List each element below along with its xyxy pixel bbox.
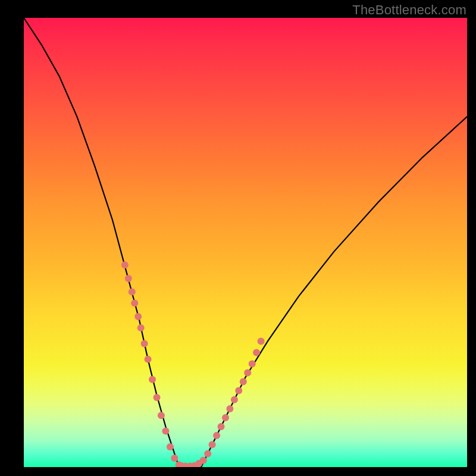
plot-area (24, 18, 467, 467)
highlight-left-dot (149, 376, 156, 383)
highlight-left-dot (131, 299, 138, 306)
highlight-right-dot (244, 369, 251, 377)
highlight-left-dot (167, 443, 174, 450)
highlight-left-dot (145, 356, 152, 363)
highlight-left-dot (171, 455, 178, 462)
highlight-left-dot (129, 289, 136, 296)
highlight-left-dot (158, 412, 165, 419)
chart-svg (24, 18, 467, 467)
highlight-right-dot (200, 457, 207, 464)
highlight-left-dot (162, 428, 169, 435)
highlight-right-dot (213, 432, 220, 439)
curve-right (201, 117, 467, 467)
chart-frame: TheBottleneck.com (0, 0, 476, 476)
highlight-right-dot (218, 423, 225, 430)
highlight-left-dot (141, 340, 148, 347)
highlight-right-dot (226, 405, 233, 412)
watermark-text: TheBottleneck.com (352, 2, 466, 18)
highlight-left-dot (121, 261, 129, 268)
highlight-right-dot (204, 450, 211, 457)
highlight-left-dot (137, 324, 145, 331)
highlight-left-dot (154, 394, 161, 401)
highlight-right-dot (258, 338, 265, 345)
highlight-right-dot (209, 441, 216, 448)
highlight-left-dot (134, 313, 142, 320)
highlight-left-dot (125, 275, 132, 282)
highlight-right-dot (222, 414, 229, 421)
curve-right-path (201, 117, 467, 467)
highlight-dots (121, 261, 265, 467)
highlight-right-dot (240, 378, 247, 386)
highlight-right-dot (249, 360, 256, 367)
highlight-right-dot (235, 387, 242, 394)
highlight-right-dot (231, 396, 238, 403)
highlight-right-dot (253, 349, 260, 356)
